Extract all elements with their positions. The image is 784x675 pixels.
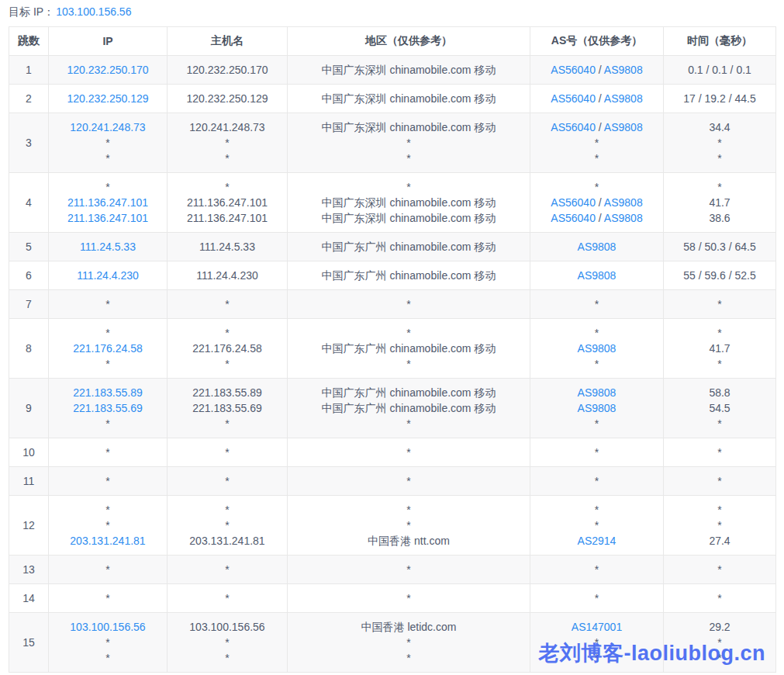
cell-time: *: [664, 438, 776, 467]
host-line: 120.232.250.170: [171, 62, 284, 78]
asn-text: *: [595, 563, 599, 576]
host-line: 221.176.24.58: [171, 341, 284, 356]
ip-link[interactable]: 103.100.156.56: [70, 621, 145, 633]
cell-asn: AS9808: [530, 233, 664, 261]
asn-text: *: [595, 519, 599, 531]
ip-link[interactable]: 221.183.55.69: [73, 402, 143, 414]
asn-link[interactable]: AS9808: [604, 64, 643, 76]
ip-link[interactable]: 221.183.55.89: [73, 386, 143, 399]
ip-text: *: [105, 137, 109, 149]
ip-link[interactable]: 203.131.241.81: [70, 535, 145, 547]
cell-time: *41.738.6: [664, 173, 776, 233]
region-line: 中国广东广州 chinamobile.com 移动: [291, 400, 527, 416]
asn-line: AS147001: [534, 619, 660, 635]
time-text: *: [717, 636, 721, 649]
cell-ip: 221.183.55.89221.183.55.69*: [49, 379, 168, 438]
time-line: 17 / 19.2 / 44.5: [667, 91, 772, 106]
asn-link[interactable]: AS56040: [551, 92, 596, 105]
asn-link[interactable]: AS9808: [604, 121, 643, 133]
cell-hop: 2: [9, 85, 49, 113]
traceroute-table: 跳数 IP 主机名 地区（仅供参考） AS号（仅供参考） 时间（毫秒） 1120…: [9, 26, 776, 673]
cell-ip: 120.241.248.73**: [49, 113, 168, 173]
ip-link[interactable]: 120.232.250.129: [67, 92, 148, 105]
host-line: *: [171, 650, 284, 666]
asn-link[interactable]: AS9808: [578, 386, 616, 399]
asn-link[interactable]: AS9808: [604, 196, 643, 209]
time-text: 29.2: [709, 621, 730, 633]
asn-link[interactable]: AS9808: [578, 402, 616, 414]
asn-line: AS9808: [534, 400, 660, 416]
region-line: *: [291, 325, 527, 341]
table-row: 5111.24.5.33111.24.5.33中国广东广州 chinamobil…: [9, 233, 776, 261]
host-line: 103.100.156.56: [171, 619, 284, 635]
time-line: *: [667, 590, 772, 606]
table-row: 10*****: [9, 438, 776, 467]
asn-link[interactable]: AS9808: [578, 241, 616, 253]
asn-line: AS56040 / AS9808: [534, 91, 660, 106]
time-text: *: [717, 417, 721, 430]
ip-link[interactable]: 111.24.4.230: [77, 269, 139, 282]
time-text: 58 / 50.3 / 64.5: [683, 241, 755, 253]
cell-host: 120.232.250.170: [168, 56, 288, 85]
cell-asn: *: [530, 438, 664, 467]
region-text: *: [406, 446, 410, 459]
asn-line: AS9808: [534, 239, 660, 254]
asn-text: /: [596, 64, 604, 76]
ip-link[interactable]: 111.24.5.33: [80, 241, 136, 253]
region-text: 中国广东广州 chinamobile.com 移动: [322, 269, 496, 282]
asn-link[interactable]: AS56040: [551, 121, 596, 133]
cell-host: *: [168, 438, 288, 467]
cell-host: *: [168, 467, 288, 496]
asn-link[interactable]: AS147001: [572, 621, 622, 633]
asn-link[interactable]: AS9808: [578, 342, 616, 355]
ip-link[interactable]: 221.176.24.58: [73, 342, 143, 355]
asn-link[interactable]: AS56040: [551, 64, 596, 76]
region-line: *: [291, 502, 527, 518]
asn-link[interactable]: AS9808: [604, 92, 643, 105]
ip-link[interactable]: 120.232.250.170: [67, 64, 148, 76]
asn-link[interactable]: AS2914: [578, 535, 616, 547]
ip-link[interactable]: 211.136.247.101: [67, 212, 148, 224]
table-body: 1120.232.250.170120.232.250.170中国广东深圳 ch…: [9, 56, 776, 673]
host-line: *: [171, 416, 284, 431]
region-line: *: [291, 356, 527, 372]
time-text: 0.1 / 0.1 / 0.1: [688, 64, 751, 76]
host-text: *: [225, 652, 229, 664]
ip-text: *: [105, 652, 109, 664]
host-line: 111.24.5.33: [171, 239, 284, 254]
region-line: *: [291, 445, 527, 460]
asn-link[interactable]: AS56040: [551, 212, 596, 224]
asn-link[interactable]: AS9808: [604, 212, 643, 224]
ip-line: *: [52, 473, 164, 489]
ip-text: *: [105, 636, 109, 649]
time-text: *: [717, 152, 721, 164]
table-row: 12**203.131.241.81**203.131.241.81**中国香港…: [9, 496, 776, 556]
host-text: *: [225, 592, 229, 604]
cell-host: *: [168, 584, 288, 613]
host-line: 211.136.247.101: [171, 210, 284, 226]
ip-link[interactable]: 211.136.247.101: [67, 196, 148, 209]
time-text: 41.7: [709, 342, 730, 355]
time-text: 54.5: [709, 402, 730, 414]
region-line: 中国香港 letidc.com: [291, 619, 527, 635]
cell-hop: 5: [9, 233, 49, 261]
region-line: *: [291, 473, 527, 489]
ip-link[interactable]: 120.241.248.73: [70, 121, 145, 133]
ip-line: *: [52, 296, 164, 312]
cell-asn: *AS56040 / AS9808AS56040 / AS9808: [530, 173, 664, 233]
region-text: 中国广东广州 chinamobile.com 移动: [322, 241, 496, 253]
time-text: *: [717, 358, 721, 370]
asn-link[interactable]: AS9808: [578, 269, 616, 282]
time-text: *: [717, 298, 721, 310]
cell-host: 120.232.250.129: [168, 85, 288, 113]
cell-asn: AS56040 / AS9808: [530, 85, 664, 113]
asn-text: *: [595, 504, 599, 516]
region-line: 中国香港 ntt.com: [291, 533, 527, 549]
host-text: *: [225, 563, 229, 576]
region-text: *: [406, 475, 410, 487]
asn-link[interactable]: AS56040: [551, 196, 596, 209]
region-line: *: [291, 650, 527, 666]
region-line: 中国广东广州 chinamobile.com 移动: [291, 341, 527, 356]
table-row: 9221.183.55.89221.183.55.69*221.183.55.8…: [9, 379, 776, 438]
asn-line: *: [534, 650, 660, 666]
